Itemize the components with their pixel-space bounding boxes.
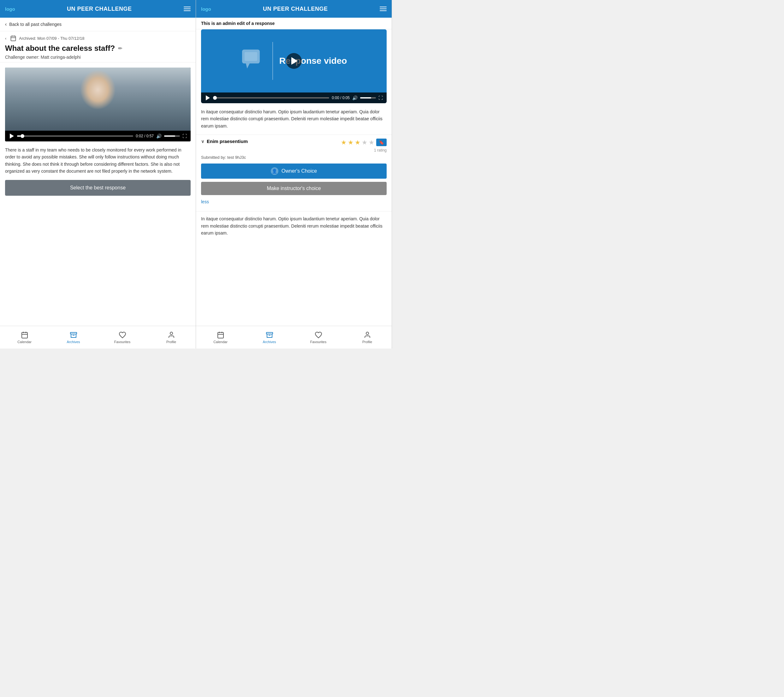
challenge-video: 0:02 / 0:57 🔊 ⛶: [5, 68, 191, 142]
response-progress-bar[interactable]: [213, 97, 329, 99]
left-nav-profile-label: Profile: [166, 340, 176, 344]
instructor-choice-button[interactable]: Make instructor's choice: [201, 182, 387, 195]
svg-rect-5: [22, 333, 28, 338]
video-controls: 0:02 / 0:57 🔊 ⛶: [5, 131, 191, 142]
svg-marker-4: [10, 133, 14, 138]
admin-notice: This is an admin edit of a response: [196, 18, 392, 30]
video-time-display: 0:02 / 0:57: [136, 134, 154, 138]
left-nav-archives-label: Archives: [67, 340, 80, 344]
left-nav-calendar[interactable]: Calendar: [0, 326, 49, 348]
fullscreen-icon[interactable]: ⛶: [183, 133, 187, 138]
favourites-nav-icon: [119, 331, 126, 339]
svg-point-11: [170, 332, 173, 334]
right-nav-profile-label: Profile: [362, 340, 372, 344]
back-link[interactable]: ‹ Back to all past challenges: [0, 18, 196, 31]
owner-choice-button[interactable]: 👤 Owner's Choice: [201, 163, 387, 179]
svg-rect-20: [266, 333, 273, 334]
calendar-icon: [10, 35, 16, 41]
bookmark-icon[interactable]: 🔖: [376, 138, 387, 146]
collapse-icon[interactable]: ∨: [201, 139, 204, 144]
left-header-title: UN Peer Challenge: [15, 6, 184, 12]
right-menu-button[interactable]: [380, 7, 387, 11]
response-submitter: Submitted by: test 9hJ3c: [201, 155, 387, 160]
response-video-play-btn[interactable]: [205, 95, 211, 101]
right-profile-nav-icon: [364, 331, 371, 339]
video-thumbnail: [5, 68, 191, 131]
select-response-button[interactable]: Select the best response: [5, 180, 191, 196]
challenge-text: There is a staff in my team who needs to…: [0, 147, 196, 180]
edit-icon[interactable]: ✏: [118, 45, 122, 51]
right-bottom-nav: Calendar Archives Favourites Profile: [196, 326, 392, 348]
right-panel: logo UN Peer Challenge This is an admin …: [196, 0, 392, 348]
challenge-meta: ‹ Archived: Mon 07/09 - Thu 07/12/18 Wha…: [0, 31, 196, 63]
right-nav-profile[interactable]: Profile: [343, 326, 392, 348]
right-nav-calendar[interactable]: Calendar: [196, 326, 245, 348]
right-nav-calendar-label: Calendar: [213, 340, 227, 344]
response-body-text: In itaque consequatur distinctio harum. …: [196, 211, 392, 240]
right-favourites-nav-icon: [315, 331, 322, 339]
response-entry: ∨ Enim praesentium ★ ★ ★ ★ ★ 🔖 1 rating …: [196, 135, 392, 211]
response-video-time: 0:00 / 0:05: [332, 96, 350, 100]
right-nav-favourites-label: Favourites: [310, 340, 326, 344]
response-description: In itaque consequatur distinctio harum. …: [196, 108, 392, 135]
left-nav-profile[interactable]: Profile: [147, 326, 196, 348]
profile-nav-icon: [168, 331, 175, 339]
left-content: ‹ Back to all past challenges ‹ Archived…: [0, 18, 196, 326]
star-3[interactable]: ★: [355, 138, 361, 146]
chat-icon: [241, 48, 266, 74]
right-archives-nav-icon: [266, 331, 273, 339]
response-header: ∨ Enim praesentium ★ ★ ★ ★ ★ 🔖: [201, 138, 387, 146]
right-header: logo UN Peer Challenge: [196, 0, 392, 18]
right-nav-archives-label: Archives: [263, 340, 276, 344]
right-nav-favourites[interactable]: Favourites: [294, 326, 343, 348]
response-video-controls: 0:00 / 0:05 🔊 ⛶: [201, 92, 387, 103]
volume-icon[interactable]: 🔊: [156, 133, 161, 138]
star-5[interactable]: ★: [369, 138, 374, 146]
right-nav-archives[interactable]: Archives: [245, 326, 294, 348]
calendar-nav-icon: [21, 331, 28, 339]
svg-point-22: [366, 332, 369, 334]
rating-count: 1 rating: [201, 148, 387, 152]
left-nav-archives[interactable]: Archives: [49, 326, 98, 348]
archive-date: ‹ Archived: Mon 07/09 - Thu 07/12/18: [5, 35, 191, 41]
left-nav-favourites-label: Favourites: [114, 340, 130, 344]
response-title-row: ∨ Enim praesentium: [201, 138, 248, 144]
left-bottom-nav: Calendar Archives Favourites Profile: [0, 326, 196, 348]
response-video-container: Response video 0:00 / 0:05 🔊: [201, 30, 387, 103]
left-nav-favourites[interactable]: Favourites: [98, 326, 147, 348]
right-content: This is an admin edit of a response Resp…: [196, 18, 392, 326]
response-play-icon: [292, 57, 298, 65]
right-header-title: UN Peer Challenge: [211, 6, 380, 12]
star-2[interactable]: ★: [348, 138, 354, 146]
svg-marker-14: [246, 63, 250, 69]
volume-bar[interactable]: [164, 135, 180, 137]
nav-prev-icon[interactable]: ‹: [5, 36, 6, 41]
response-volume-icon[interactable]: 🔊: [352, 96, 357, 101]
archives-nav-icon: [70, 331, 77, 339]
svg-rect-16: [218, 333, 224, 338]
challenge-owner: Challenge owner: Matt curinga-adelphi: [5, 54, 191, 60]
response-play-button[interactable]: [286, 53, 302, 69]
left-menu-button[interactable]: [184, 7, 191, 11]
response-title-text: Enim praesentium: [207, 138, 248, 144]
right-logo[interactable]: logo: [201, 6, 211, 12]
video-person-image: [5, 68, 191, 131]
svg-rect-13: [245, 52, 257, 61]
less-link[interactable]: less: [201, 199, 209, 204]
response-fullscreen-icon[interactable]: ⛶: [379, 96, 383, 101]
svg-rect-9: [70, 333, 77, 334]
left-nav-calendar-label: Calendar: [17, 340, 31, 344]
svg-rect-0: [11, 36, 16, 41]
back-arrow-icon: ‹: [5, 21, 7, 27]
video-play-button[interactable]: [9, 133, 15, 139]
star-4[interactable]: ★: [362, 138, 367, 146]
video-progress-bar[interactable]: [17, 135, 133, 137]
user-icon: 👤: [271, 167, 278, 175]
response-volume-bar[interactable]: [360, 97, 376, 99]
left-header: logo UN Peer Challenge: [0, 0, 196, 18]
challenge-title: What about the careless staff? ✏: [5, 44, 191, 53]
star-1[interactable]: ★: [341, 138, 347, 146]
left-logo[interactable]: logo: [5, 6, 15, 12]
video-divider: [272, 42, 273, 80]
response-video-thumbnail: Response video: [201, 30, 387, 92]
